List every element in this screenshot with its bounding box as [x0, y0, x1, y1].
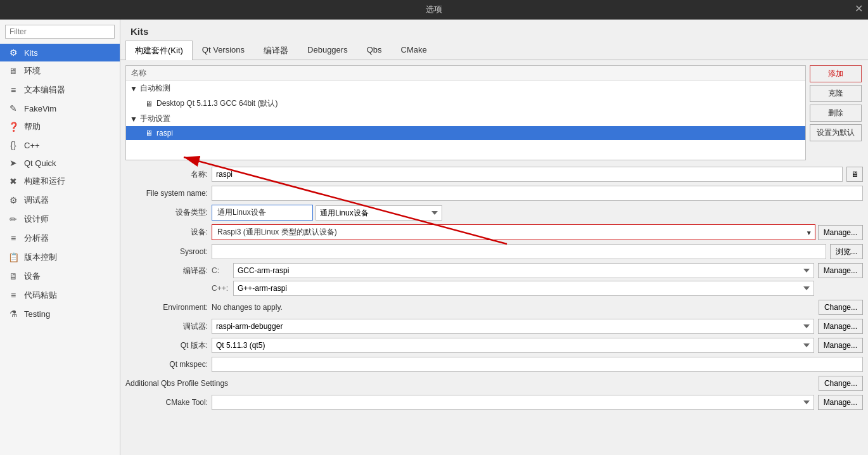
sysroot-row: Sysroot: 浏览... — [125, 244, 863, 259]
window-title: 选项 — [426, 4, 442, 14]
sidebar-item-label: 版本控制 — [24, 252, 57, 263]
filesystem-input[interactable] — [212, 186, 863, 201]
sidebar-item-label: 构建和运行 — [24, 176, 65, 187]
compiler-manage-button[interactable]: Manage... — [818, 263, 863, 278]
device-type-row: 设备类型: 通用Linux设备 通用Linux设备 — [125, 205, 863, 221]
sidebar-item-label: 设计师 — [24, 214, 49, 225]
sysroot-input[interactable] — [212, 244, 826, 259]
qt-version-manage-button[interactable]: Manage... — [818, 338, 863, 353]
compiler-cpp-select[interactable]: G++-arm-raspi — [233, 281, 814, 296]
sysroot-browse-button[interactable]: 浏览... — [830, 244, 863, 259]
sidebar-item-snippet[interactable]: ≡ 代码粘贴 — [0, 286, 120, 305]
auto-detect-group[interactable]: ▼ 自动检测 — [126, 81, 805, 96]
compiler-label: 编译器: — [125, 263, 208, 276]
device-type-popup[interactable]: 通用Linux设备 — [212, 205, 313, 221]
sidebar-item-label: 分析器 — [24, 233, 49, 244]
cmake-select[interactable] — [212, 395, 814, 410]
cmake-manage-button[interactable]: Manage... — [818, 395, 863, 410]
name-input[interactable] — [212, 167, 843, 182]
fakevim-icon: ✎ — [8, 103, 19, 113]
qbs-label: Additional Qbs Profile Settings — [125, 379, 228, 388]
qt-mkspec-input[interactable] — [212, 357, 863, 372]
device-dropdown-arrow-icon: ▼ — [806, 229, 812, 236]
device-type-select[interactable]: 通用Linux设备 — [316, 205, 442, 221]
snippet-icon: ≡ — [8, 290, 19, 300]
device-value: Raspi3 (通用Linux 类型的默认设备) — [217, 228, 337, 236]
filesystem-label: File system name: — [125, 189, 208, 198]
qt-mkspec-row: Qt mkspec: — [125, 357, 863, 372]
right-panel: 名称 ▼ 自动检测 🖥 Desktop Qt 5.11.3 GCC 64bit … — [120, 60, 868, 455]
compiler-c-select[interactable]: GCC-arm-raspi — [233, 263, 814, 278]
compiler-c-label: C: — [212, 266, 229, 275]
tab-cmake[interactable]: CMake — [392, 41, 437, 60]
manual-label: 手动设置 — [140, 113, 170, 124]
sidebar-item-debugger[interactable]: ⚙ 调试器 — [0, 191, 120, 210]
cmake-label: CMake Tool: — [125, 398, 208, 407]
sidebar-item-help[interactable]: ❓ 帮助 — [0, 117, 120, 136]
testing-icon: ⚗ — [8, 309, 19, 319]
filter-input[interactable] — [5, 25, 115, 39]
sidebar: ⚙ Kits 🖥 环境 ≡ 文本编辑器 ✎ FakeVim ❓ 帮助 {} C+… — [0, 20, 120, 455]
name-row: 名称: 🖥 — [125, 167, 863, 182]
vcs-icon: 📋 — [8, 252, 19, 262]
content-title: Kits — [120, 20, 868, 41]
qbs-change-button[interactable]: Change... — [819, 376, 863, 391]
tab-kits[interactable]: 构建套件(Kit) — [125, 41, 193, 60]
sidebar-item-vcs[interactable]: 📋 版本控制 — [0, 248, 120, 267]
sidebar-item-testing[interactable]: ⚗ Testing — [0, 305, 120, 323]
close-button[interactable]: ✕ — [855, 3, 863, 15]
debugger-select[interactable]: raspi-arm-debugger — [212, 319, 814, 334]
qt-version-select[interactable]: Qt 5.11.3 (qt5) — [212, 338, 814, 353]
env-icon: 🖥 — [8, 66, 19, 76]
title-bar: 选项 ✕ — [0, 0, 868, 20]
auto-detect-label: 自动检测 — [140, 83, 170, 94]
qtquick-icon: ➤ — [8, 158, 19, 168]
sidebar-item-cpp[interactable]: {} C++ — [0, 136, 120, 154]
device-manage-button[interactable]: Manage... — [818, 225, 863, 240]
devices-icon: 🖥 — [8, 271, 19, 281]
tabs-bar: 构建套件(Kit) Qt Versions 编译器 Debuggers Qbs … — [120, 41, 868, 60]
designer-icon: ✏ — [8, 214, 19, 224]
device-label: 设备: — [125, 227, 208, 238]
monitor-icon: 🖥 — [145, 99, 153, 108]
kit-label: raspi — [156, 129, 173, 138]
sidebar-item-fakevim[interactable]: ✎ FakeVim — [0, 99, 120, 117]
sidebar-item-kits[interactable]: ⚙ Kits — [0, 44, 120, 61]
tab-qtversions[interactable]: Qt Versions — [193, 41, 254, 60]
sysroot-label: Sysroot: — [125, 247, 208, 256]
sidebar-item-label: Qt Quick — [24, 158, 56, 168]
environment-change-button[interactable]: Change... — [819, 300, 863, 315]
kit-item-raspi[interactable]: 🖥 raspi — [126, 126, 805, 140]
sidebar-item-label: 调试器 — [24, 195, 49, 206]
sidebar-item-label: Kits — [24, 48, 38, 58]
sidebar-item-build[interactable]: ✖ 构建和运行 — [0, 172, 120, 191]
kit-item-desktop[interactable]: 🖥 Desktop Qt 5.11.3 GCC 64bit (默认) — [126, 96, 805, 112]
name-icon-button[interactable]: 🖥 — [846, 167, 863, 182]
compiler-cpp-row: C++: G++-arm-raspi — [212, 281, 814, 296]
sidebar-item-env[interactable]: 🖥 环境 — [0, 61, 120, 80]
editor-icon: ≡ — [8, 85, 19, 95]
sidebar-item-devices[interactable]: 🖥 设备 — [0, 267, 120, 286]
tab-debuggers[interactable]: Debuggers — [298, 41, 357, 60]
sidebar-item-label: 代码粘贴 — [24, 290, 57, 301]
help-icon: ❓ — [8, 122, 19, 132]
manual-group[interactable]: ▼ 手动设置 — [126, 112, 805, 126]
device-highlight-box: Raspi3 (通用Linux 类型的默认设备) ▼ — [212, 224, 815, 240]
tab-compilers[interactable]: 编译器 — [254, 41, 298, 60]
clone-button[interactable]: 克隆 — [810, 85, 862, 102]
set-default-button[interactable]: 设置为默认 — [810, 124, 862, 141]
form-area: 名称: 🖥 File system name: 设备类型: — [120, 160, 868, 455]
debugger-form-label: 调试器: — [125, 321, 208, 332]
tab-qbs[interactable]: Qbs — [357, 41, 392, 60]
sidebar-item-editor[interactable]: ≡ 文本编辑器 — [0, 80, 120, 99]
debugger-manage-button[interactable]: Manage... — [818, 319, 863, 334]
sidebar-item-label: 环境 — [24, 65, 41, 77]
add-button[interactable]: 添加 — [810, 65, 862, 82]
sidebar-item-designer[interactable]: ✏ 设计师 — [0, 210, 120, 229]
debugger-sidebar-icon: ⚙ — [8, 195, 19, 205]
delete-button[interactable]: 删除 — [810, 105, 862, 122]
sidebar-item-qtquick[interactable]: ➤ Qt Quick — [0, 154, 120, 172]
qt-mkspec-label: Qt mkspec: — [125, 360, 208, 369]
compiler-c-row: C: GCC-arm-raspi — [212, 263, 814, 278]
sidebar-item-analyzer[interactable]: ≡ 分析器 — [0, 229, 120, 248]
